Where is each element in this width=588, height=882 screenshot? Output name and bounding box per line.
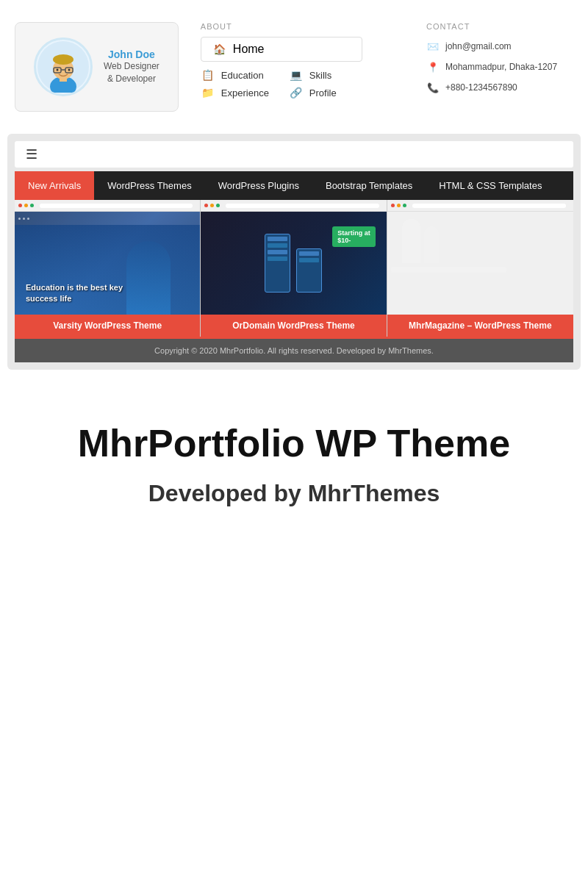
- varsity-mini-nav: [15, 212, 200, 225]
- ordomain-preview: Starting at$10-: [201, 212, 386, 315]
- dot-green: [216, 204, 220, 207]
- browser-wrapper: ☰ New Arrivals WordPress Themes WordPres…: [7, 134, 581, 370]
- nav-section: ABOUT 🏠 Home 📋 Education 💻 Skills 📁 Expe…: [193, 22, 412, 98]
- phone-icon: 📞: [426, 81, 440, 94]
- education-icon: 📋: [201, 69, 215, 81]
- hamburger-button[interactable]: ☰: [22, 145, 41, 164]
- magazine-theme-label: MhrMagazine – WordPress Theme: [387, 315, 573, 337]
- theme-grid: Education is the best keysuccess life Va…: [15, 200, 573, 337]
- phone-value: +880-1234567890: [445, 82, 517, 93]
- location-icon: 📍: [426, 60, 440, 74]
- nav-grid: 📋 Education 💻 Skills 📁 Experience 🔗 Prof…: [201, 69, 362, 98]
- svg-point-9: [68, 69, 71, 71]
- varsity-overlay-text: Education is the best keysuccess life: [26, 282, 123, 304]
- address-value: Mohammadpur, Dhaka-1207: [445, 62, 557, 72]
- nav-dot: [18, 218, 21, 220]
- dot-red: [391, 204, 395, 207]
- nav-wordpress-plugins[interactable]: WordPress Plugins: [205, 171, 312, 200]
- bottom-section: MhrPortfolio WP Theme Developed by MhrTh…: [0, 377, 588, 551]
- sub-page-title: Developed by MhrThemes: [15, 480, 573, 507]
- avatar: [34, 37, 93, 96]
- contact-section: CONTACT ✉️ john@gmail.com 📍 Mohammadpur,…: [426, 22, 573, 101]
- dot-yellow: [210, 204, 214, 207]
- dot-green: [30, 204, 34, 207]
- profile-icon: 🔗: [289, 87, 304, 98]
- nav-dot: [23, 218, 25, 220]
- email-icon: ✉️: [426, 40, 440, 53]
- skills-icon: 💻: [289, 69, 304, 81]
- url-bar: [412, 204, 566, 208]
- ordomain-theme-label: OrDomain WordPress Theme: [201, 315, 386, 337]
- main-page-title: MhrPortfolio WP Theme: [15, 421, 573, 465]
- nav-html-css-templates[interactable]: HTML & CSS Templates: [426, 171, 555, 200]
- contact-label: CONTACT: [426, 22, 573, 31]
- magazine-side-items: [512, 262, 573, 265]
- varsity-theme-label: Varsity WordPress Theme: [15, 315, 200, 337]
- nav-new-arrivals[interactable]: New Arrivals: [15, 171, 94, 200]
- varsity-theme-card[interactable]: Education is the best keysuccess life Va…: [15, 200, 201, 337]
- phone-contact: 📞 +880-1234567890: [426, 81, 573, 94]
- magazine-theme-card[interactable]: MhrMagazine – WordPress Theme: [387, 200, 573, 337]
- browser-bar: ☰: [15, 141, 573, 168]
- wp-footer: Copyright © 2020 MhrPortfolio. All right…: [15, 339, 573, 362]
- dot-red: [204, 204, 208, 207]
- mini-browser-header: [15, 200, 200, 212]
- mini-browser-header-3: [387, 200, 573, 212]
- nav-dot: [27, 218, 29, 220]
- email-value: john@gmail.com: [445, 41, 512, 51]
- nav-bootstrap-templates[interactable]: Bootstrap Templates: [312, 171, 426, 200]
- profile-card: John Doe Web Designer & Developer: [15, 22, 179, 112]
- magazine-preview: [387, 212, 573, 315]
- svg-point-8: [57, 69, 59, 71]
- home-nav-item[interactable]: 🏠 Home: [201, 37, 362, 62]
- home-label: Home: [233, 43, 265, 56]
- svg-point-4: [53, 54, 74, 65]
- dot-green: [403, 204, 406, 207]
- profile-name: John Doe: [104, 49, 159, 60]
- header-section: John Doe Web Designer & Developer ABOUT …: [0, 0, 588, 134]
- nav-wordpress-themes[interactable]: WordPress Themes: [94, 171, 204, 200]
- varsity-preview: Education is the best keysuccess life: [15, 212, 200, 315]
- experience-nav-item[interactable]: 📁 Experience: [201, 87, 274, 98]
- profile-title: Web Designer & Developer: [104, 60, 159, 85]
- ordomain-theme-card[interactable]: Starting at$10- OrDomain WordPress Theme: [201, 200, 387, 337]
- dot-yellow: [24, 204, 28, 207]
- skills-nav-item[interactable]: 💻 Skills: [289, 69, 362, 81]
- address-contact: 📍 Mohammadpur, Dhaka-1207: [426, 60, 573, 74]
- url-bar: [226, 204, 379, 208]
- wp-navbar: New Arrivals WordPress Themes WordPress …: [15, 171, 573, 200]
- footer-copyright: Copyright © 2020 MhrPortfolio. All right…: [154, 346, 434, 355]
- profile-nav-item[interactable]: 🔗 Profile: [289, 87, 362, 98]
- experience-icon: 📁: [201, 87, 215, 98]
- email-contact: ✉️ john@gmail.com: [426, 40, 573, 53]
- dot-red: [18, 204, 22, 207]
- mini-browser-header-2: [201, 200, 386, 212]
- url-bar: [40, 204, 193, 208]
- about-label: ABOUT: [201, 22, 404, 31]
- dot-yellow: [397, 204, 401, 207]
- home-icon: 🏠: [212, 43, 227, 55]
- education-nav-item[interactable]: 📋 Education: [201, 69, 274, 81]
- price-badge: Starting at$10-: [332, 226, 376, 247]
- profile-info: John Doe Web Designer & Developer: [104, 49, 159, 85]
